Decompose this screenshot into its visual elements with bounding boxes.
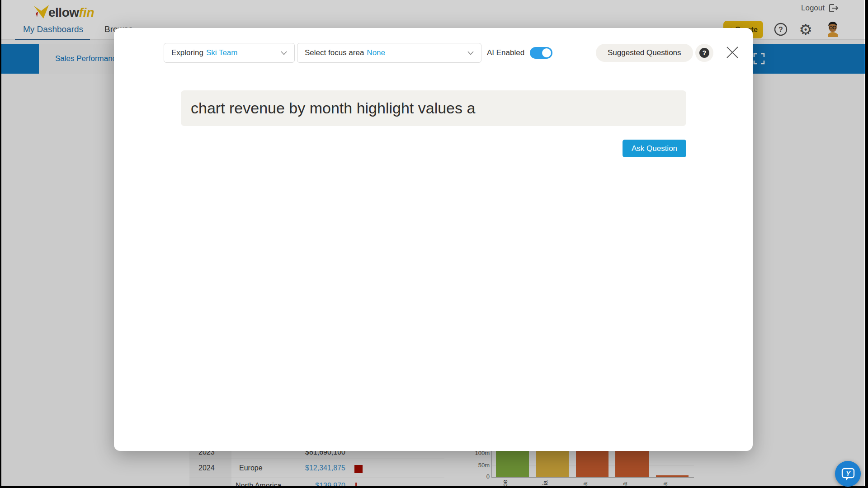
exploring-value: Ski Team [206, 48, 238, 57]
chevron-down-icon [281, 48, 287, 57]
focus-area-label: Select focus area [305, 48, 364, 57]
modal-help-button[interactable]: ? [695, 44, 713, 62]
assistant-fab-button[interactable]: Y [835, 461, 861, 487]
screen: ellowfin Logout + Create ? ⚙ [0, 0, 868, 488]
close-modal-button[interactable] [724, 44, 741, 61]
ask-question-modal: Exploring Ski Team Select focus area Non… [114, 28, 753, 451]
exploring-label: Exploring [171, 48, 203, 57]
chevron-down-icon [467, 48, 474, 57]
toggle-knob [542, 48, 551, 57]
focus-area-dropdown[interactable]: Select focus area None [297, 43, 481, 63]
suggested-questions-button[interactable]: Suggested Questions [596, 44, 693, 62]
ai-enabled-toggle[interactable] [530, 47, 552, 59]
focus-area-value: None [367, 48, 385, 57]
close-icon [726, 46, 739, 59]
ai-enabled-label: AI Enabled [487, 48, 524, 57]
question-mark-icon: ? [699, 48, 709, 58]
ask-question-button[interactable]: Ask Question [623, 140, 686, 157]
fab-label: Y [846, 470, 851, 477]
question-input[interactable] [181, 90, 686, 126]
chat-bubble-icon: Y [840, 466, 856, 482]
exploring-dropdown[interactable]: Exploring Ski Team [164, 43, 295, 63]
ai-enabled-control: AI Enabled [487, 43, 552, 63]
